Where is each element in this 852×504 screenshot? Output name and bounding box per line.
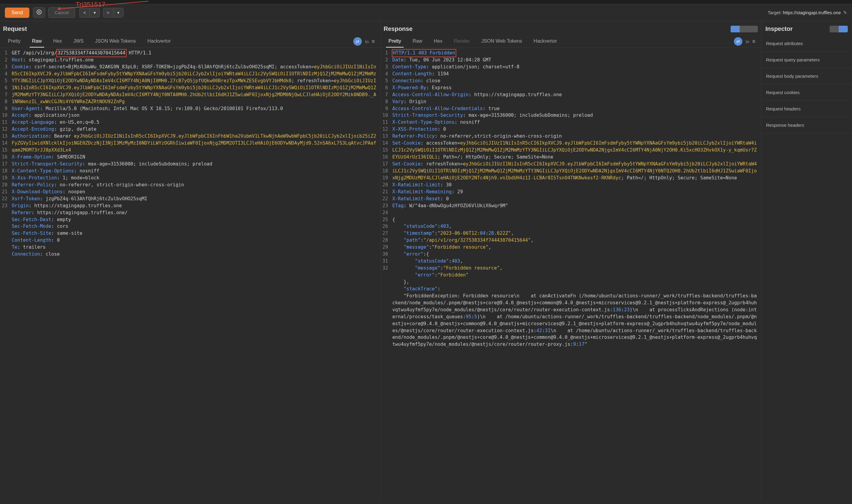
newline-toggle[interactable]: \n bbox=[365, 39, 369, 44]
tab-hackvertor[interactable]: Hackvertor bbox=[145, 35, 173, 48]
target-display: Target: https://stagingapi.truffles.one … bbox=[768, 10, 847, 15]
response-editor[interactable]: 1 2 3 4 5 6 7 8 9 10 11 12 13 14 15 16 1… bbox=[381, 48, 761, 501]
request-action-button[interactable]: ⇄ bbox=[353, 37, 362, 46]
main-split: Request Tri351517 Pretty Raw Hex JWS JSO… bbox=[0, 21, 852, 501]
arrows-icon: ⇄ bbox=[356, 39, 360, 44]
tab-hex-resp[interactable]: Hex bbox=[432, 35, 445, 48]
layout-toggle bbox=[731, 26, 758, 32]
tab-raw[interactable]: Raw bbox=[30, 35, 44, 48]
response-header: Response bbox=[381, 21, 761, 35]
cancel-button[interactable]: Cancel bbox=[48, 7, 75, 18]
gear-icon bbox=[36, 10, 42, 16]
tab-pretty[interactable]: Pretty bbox=[5, 35, 23, 48]
request-panel: Request Tri351517 Pretty Raw Hex JWS JSO… bbox=[0, 21, 381, 501]
inspector-title: Inspector bbox=[765, 25, 793, 32]
tab-hex[interactable]: Hex bbox=[51, 35, 64, 48]
request-tabs: Pretty Raw Hex JWS JSON Web Tokens Hackv… bbox=[0, 35, 380, 48]
layout-combined-button[interactable] bbox=[749, 26, 758, 32]
target-value: https://stagingapi.truffles.one bbox=[783, 10, 841, 15]
inspector-item-request-cookies[interactable]: Request cookies bbox=[761, 85, 852, 101]
inspector-item-request-query-params[interactable]: Request query parameters bbox=[761, 52, 852, 68]
request-line-numbers: 1 2 3 4 5 6 7 8 9 10 11 12 13 14 15 16 1… bbox=[0, 48, 11, 501]
response-code[interactable]: HTTP/1.1 403 Forbidden Date: Tue, 06 Jun… bbox=[391, 48, 761, 501]
history-forward-dropdown[interactable]: ▾ bbox=[113, 8, 123, 18]
inspector-item-request-body-params[interactable]: Request body parameters bbox=[761, 68, 852, 85]
inspector-item-request-headers[interactable]: Request headers bbox=[761, 101, 852, 117]
svg-point-0 bbox=[38, 12, 40, 13]
request-menu-icon[interactable]: ≡ bbox=[371, 38, 375, 45]
request-header: Request Tri351517 bbox=[0, 21, 380, 35]
inspector-layout-b[interactable] bbox=[839, 26, 848, 32]
history-back-group: < ▾ bbox=[79, 8, 100, 18]
request-title: Request bbox=[3, 25, 27, 32]
toolbar: Send Cancel < ▾ > ▾ Target: https://stag… bbox=[0, 4, 852, 21]
tab-render-resp[interactable]: Render bbox=[451, 35, 472, 48]
inspector-panel: Inspector Request attributes Request que… bbox=[761, 21, 852, 501]
response-action-button[interactable]: ⇄ bbox=[734, 37, 742, 46]
history-back-dropdown[interactable]: ▾ bbox=[90, 8, 100, 18]
arrows-icon: ⇄ bbox=[736, 39, 740, 44]
tab-raw-resp[interactable]: Raw bbox=[410, 35, 425, 48]
tab-hackvertor-resp[interactable]: Hackvertor bbox=[531, 35, 559, 48]
request-code[interactable]: GET /api/v1/org/327538334f74443070415644… bbox=[11, 48, 380, 501]
response-line-numbers: 1 2 3 4 5 6 7 8 9 10 11 12 13 14 15 16 1… bbox=[381, 48, 391, 501]
request-editor[interactable]: 1 2 3 4 5 6 7 8 9 10 11 12 13 14 15 16 1… bbox=[0, 48, 380, 501]
send-button[interactable]: Send bbox=[5, 7, 29, 18]
inspector-item-request-attributes[interactable]: Request attributes bbox=[761, 35, 852, 52]
inspector-layout-toggle bbox=[830, 26, 848, 32]
history-back-button[interactable]: < bbox=[79, 8, 90, 18]
tab-json-web-tokens[interactable]: JSON Web Tokens bbox=[93, 35, 138, 48]
inspector-header: Inspector bbox=[761, 21, 852, 35]
target-label: Target: bbox=[768, 10, 782, 15]
response-menu-icon[interactable]: ≡ bbox=[752, 38, 755, 45]
inspector-layout-a[interactable] bbox=[830, 26, 839, 32]
newline-toggle-resp[interactable]: \n bbox=[745, 39, 749, 44]
response-panel: Response Pretty Raw Hex Render JSON Web … bbox=[381, 21, 761, 501]
tab-jws[interactable]: JWS bbox=[71, 35, 86, 48]
settings-button[interactable] bbox=[33, 7, 45, 18]
layout-vertical-button[interactable] bbox=[740, 26, 749, 32]
tab-jwt-resp[interactable]: JSON Web Tokens bbox=[479, 35, 525, 48]
response-title: Response bbox=[384, 25, 413, 32]
edit-target-icon[interactable]: ✎ bbox=[843, 10, 847, 15]
inspector-item-response-headers[interactable]: Response headers bbox=[761, 117, 852, 133]
layout-horizontal-button[interactable] bbox=[731, 26, 740, 32]
response-tabs: Pretty Raw Hex Render JSON Web Tokens Ha… bbox=[381, 35, 761, 48]
tab-strip bbox=[0, 0, 852, 4]
history-forward-group: > ▾ bbox=[103, 8, 123, 18]
tab-pretty-resp[interactable]: Pretty bbox=[386, 35, 404, 48]
history-forward-button[interactable]: > bbox=[103, 8, 113, 18]
